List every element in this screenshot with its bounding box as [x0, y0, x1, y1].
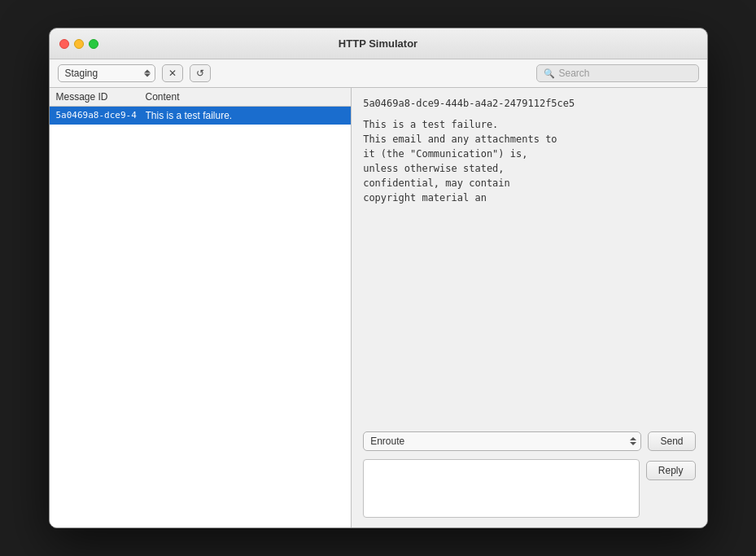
close-icon: ✕	[168, 68, 177, 79]
search-icon: 🔍	[544, 68, 555, 79]
close-button[interactable]	[59, 39, 69, 49]
send-row: Enroute Delivered Undeliverable Rejected…	[363, 431, 695, 451]
toolbar: Staging Production Development ✕ ↺ 🔍	[50, 59, 707, 88]
message-id-cell: 5a0469a8-dce9-4	[56, 110, 146, 121]
detail-message-id: 5a0469a8-dce9-444b-a4a2-2479112f5ce5	[363, 98, 695, 109]
reply-row: Reply	[363, 459, 695, 518]
detail-panel: 5a0469a8-dce9-444b-a4a2-2479112f5ce5 Thi…	[352, 88, 706, 528]
content-header: Content	[146, 91, 345, 103]
table-row[interactable]: 5a0469a8-dce9-4 This is a test failure.	[50, 107, 352, 125]
refresh-icon: ↺	[196, 68, 204, 79]
reply-textarea[interactable]	[363, 459, 640, 518]
traffic-lights	[59, 39, 98, 49]
maximize-button[interactable]	[89, 39, 98, 49]
reply-btn-wrapper: Reply	[646, 459, 696, 480]
detail-message-body: This is a test failure. This email and a…	[363, 117, 695, 420]
refresh-button[interactable]: ↺	[190, 64, 211, 82]
titlebar: HTTP Simulator	[50, 28, 707, 59]
status-select[interactable]: Enroute Delivered Undeliverable Rejected	[363, 431, 641, 451]
message-list: Message ID Content 5a0469a8-dce9-4 This …	[50, 88, 352, 528]
reply-button[interactable]: Reply	[646, 461, 696, 480]
minimize-button[interactable]	[74, 39, 84, 49]
env-select-wrapper: Staging Production Development	[58, 64, 155, 82]
window-title: HTTP Simulator	[339, 37, 417, 50]
content-area: Message ID Content 5a0469a8-dce9-4 This …	[50, 88, 707, 528]
env-select[interactable]: Staging Production Development	[58, 64, 155, 82]
search-input[interactable]	[559, 68, 692, 79]
app-window: HTTP Simulator Staging Production Develo…	[49, 28, 708, 528]
close-filter-button[interactable]: ✕	[162, 64, 183, 82]
status-select-wrapper: Enroute Delivered Undeliverable Rejected	[363, 431, 641, 451]
send-button[interactable]: Send	[648, 431, 695, 451]
column-headers: Message ID Content	[50, 88, 352, 107]
message-content-cell: This is a test failure.	[146, 110, 345, 121]
search-box: 🔍	[536, 64, 699, 82]
message-id-header: Message ID	[56, 91, 146, 103]
